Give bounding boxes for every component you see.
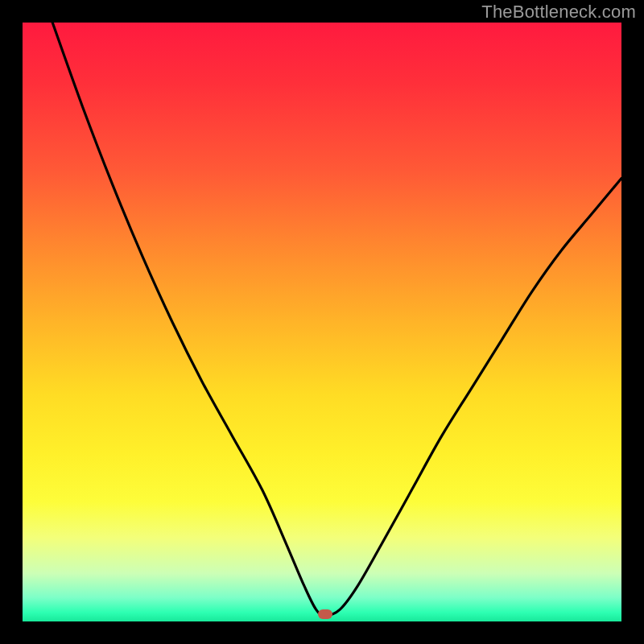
chart-frame: TheBottleneck.com <box>0 0 644 644</box>
curve-path <box>52 23 621 616</box>
bottleneck-curve <box>23 23 621 621</box>
plot-area <box>23 23 621 621</box>
optimal-point-marker <box>318 609 332 619</box>
watermark-text: TheBottleneck.com <box>481 2 636 23</box>
